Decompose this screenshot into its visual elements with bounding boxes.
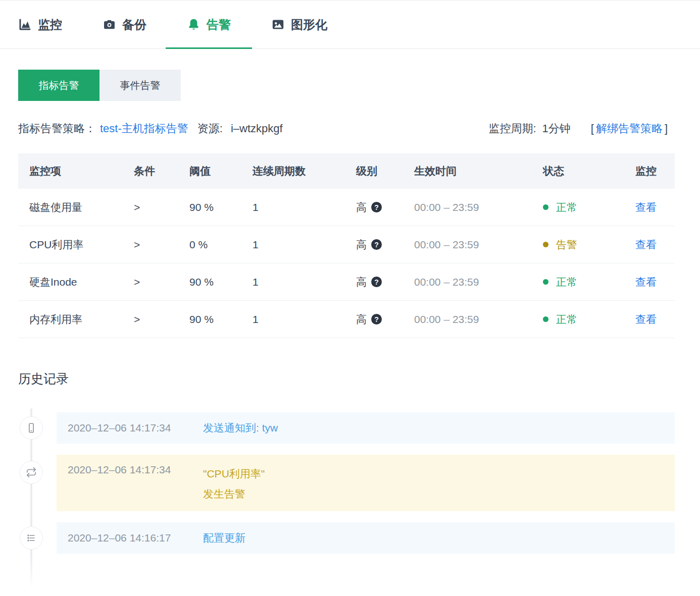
subtab-metric-alert[interactable]: 指标告警 [18, 70, 99, 101]
history-entry-alarm: 2020–12–06 14:17:34 "CPU利用率" 发生告警 [18, 455, 675, 511]
nav-tab-label: 备份 [122, 17, 146, 33]
nav-tab-backup[interactable]: 备份 [103, 1, 146, 48]
condition-value: > [123, 313, 178, 326]
resource-label: 资源: [197, 121, 223, 136]
bell-icon [187, 18, 201, 31]
condition-value: > [123, 239, 178, 251]
col-header-periods: 连续周期数 [241, 164, 345, 178]
col-header-threshold: 阈值 [178, 164, 241, 178]
threshold-value: 90 % [178, 313, 241, 326]
image-icon [271, 18, 285, 31]
policy-name-link[interactable]: test-主机指标告警 [100, 121, 188, 136]
notify-target-link[interactable]: 发送通知到: tyw [203, 421, 278, 435]
nav-tab-monitoring[interactable]: 监控 [18, 1, 62, 48]
threshold-value: 90 % [178, 201, 241, 213]
nav-tab-label: 图形化 [291, 17, 327, 33]
nav-tab-label: 监控 [38, 17, 62, 33]
bracket-left: [ [591, 122, 594, 135]
bracket-right: ] [665, 122, 668, 135]
level-cell: 高 ? [345, 238, 403, 252]
metric-name: CPU利用率 [18, 238, 123, 252]
status-badge: 告警 [556, 238, 577, 252]
metric-name: 硬盘Inode [18, 275, 123, 289]
status-dot [543, 204, 548, 210]
metric-name: 内存利用率 [18, 312, 123, 327]
period-value: 1分钟 [542, 121, 571, 136]
status-cell: 告警 [532, 238, 624, 252]
subtab-event-alert[interactable]: 事件告警 [99, 70, 181, 101]
alarm-metric-line: "CPU利用率" [203, 464, 265, 484]
status-badge: 正常 [556, 200, 577, 214]
history-entry-notify: 2020–12–06 14:17:34 发送通知到: tyw [18, 412, 675, 444]
view-link[interactable]: 查看 [635, 201, 657, 213]
policy-bar: 指标告警策略： test-主机指标告警 资源: i–wtzkpkgf 监控周期:… [18, 121, 668, 136]
alarm-message: "CPU利用率" 发生告警 [203, 464, 265, 504]
phone-icon [20, 416, 43, 440]
nav-tab-graph[interactable]: 图形化 [271, 1, 327, 48]
status-cell: 正常 [532, 312, 624, 327]
col-header-time: 生效时间 [403, 164, 532, 178]
config-update-link[interactable]: 配置更新 [203, 531, 245, 545]
help-icon[interactable]: ? [371, 277, 382, 287]
condition-value: > [123, 276, 178, 288]
history-timeline: 2020–12–06 14:17:34 发送通知到: tyw 2020–12–0… [18, 412, 675, 588]
effective-time: 00:00 – 23:59 [403, 313, 532, 326]
status-dot [543, 316, 548, 322]
status-badge: 正常 [556, 275, 577, 289]
threshold-value: 0 % [178, 239, 241, 251]
alarm-event-line: 发生告警 [203, 484, 265, 504]
view-link[interactable]: 查看 [635, 313, 657, 325]
periods-value: 1 [241, 276, 345, 288]
history-title: 历史记录 [18, 370, 700, 387]
table-row: CPU利用率 > 0 % 1 高 ? 00:00 – 23:59 告警 查看 [18, 226, 675, 263]
alert-subtabs: 指标告警 事件告警 [18, 70, 700, 101]
top-nav: 监控 备份 告警 图形化 [0, 1, 700, 49]
period-label: 监控周期: [488, 121, 536, 136]
col-header-condition: 条件 [123, 164, 178, 178]
periods-value: 1 [241, 239, 345, 251]
status-dot [543, 242, 548, 247]
table-header-row: 监控项 条件 阈值 连续周期数 级别 生效时间 状态 监控 [18, 153, 675, 189]
periods-value: 1 [241, 313, 345, 326]
effective-time: 00:00 – 23:59 [403, 276, 532, 288]
help-icon[interactable]: ? [371, 202, 382, 212]
chart-icon [18, 18, 32, 31]
col-header-status: 状态 [532, 164, 624, 178]
nav-tab-alert[interactable]: 告警 [187, 1, 231, 48]
status-cell: 正常 [532, 200, 624, 214]
resource-value: i–wtzkpkgf [231, 122, 283, 135]
col-header-level: 级别 [345, 164, 403, 178]
entry-timestamp: 2020–12–06 14:17:34 [68, 464, 203, 476]
col-header-action: 监控 [624, 164, 675, 178]
level-cell: 高 ? [345, 200, 403, 214]
effective-time: 00:00 – 23:59 [403, 201, 532, 213]
effective-time: 00:00 – 23:59 [403, 239, 532, 251]
level-cell: 高 ? [345, 312, 403, 327]
level-value: 高 [356, 200, 367, 214]
status-dot [543, 279, 548, 285]
unbind-policy-link[interactable]: 解绑告警策略 [596, 121, 663, 136]
entry-timestamp: 2020–12–06 14:16:17 [68, 532, 203, 544]
level-value: 高 [356, 275, 367, 289]
status-cell: 正常 [532, 275, 624, 289]
nav-tab-label: 告警 [207, 17, 231, 33]
camera-icon [103, 18, 116, 31]
entry-timestamp: 2020–12–06 14:17:34 [68, 422, 203, 434]
table-row: 硬盘Inode > 90 % 1 高 ? 00:00 – 23:59 正常 查看 [18, 263, 675, 301]
list-icon [20, 526, 43, 550]
help-icon[interactable]: ? [371, 239, 382, 250]
help-icon[interactable]: ? [371, 314, 382, 324]
alert-rules-table: 监控项 条件 阈值 连续周期数 级别 生效时间 状态 监控 磁盘使用量 > 90… [18, 153, 675, 338]
level-value: 高 [356, 312, 367, 327]
table-row: 磁盘使用量 > 90 % 1 高 ? 00:00 – 23:59 正常 查看 [18, 189, 675, 226]
history-entry-config: 2020–12–06 14:16:17 配置更新 [18, 522, 675, 554]
view-link[interactable]: 查看 [635, 239, 657, 250]
threshold-value: 90 % [178, 276, 241, 288]
condition-value: > [123, 201, 178, 213]
repeat-icon [20, 461, 43, 484]
col-header-metric: 监控项 [18, 164, 123, 178]
view-link[interactable]: 查看 [635, 276, 657, 288]
metric-name: 磁盘使用量 [18, 200, 123, 214]
level-value: 高 [356, 238, 367, 252]
status-badge: 正常 [556, 312, 577, 327]
